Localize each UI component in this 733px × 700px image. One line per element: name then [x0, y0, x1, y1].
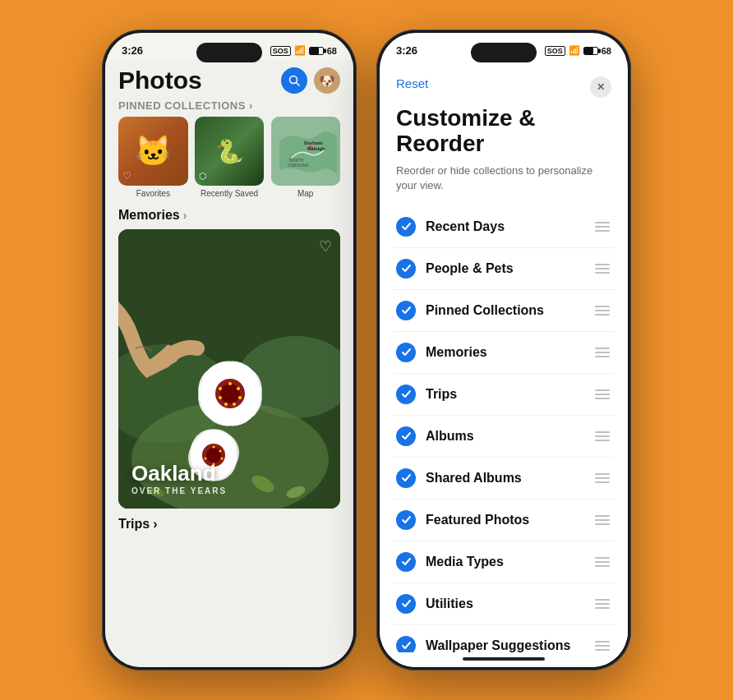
sheet-title: Customize &Reorder — [380, 106, 628, 157]
sos-tag: SOS — [270, 46, 291, 56]
trips-chevron: › — [153, 517, 157, 532]
memory-background: ♡ Oakland OVER THE YEARS — [118, 229, 340, 509]
memories-section: Memories › — [118, 208, 340, 509]
drag-handle[interactable] — [593, 430, 611, 443]
checkbox-pinned-collections[interactable] — [396, 301, 416, 320]
battery-icon-2 — [583, 47, 598, 55]
item-recent-days: Recent Days — [426, 219, 583, 234]
svg-point-18 — [228, 382, 232, 385]
status-time: 3:26 — [122, 44, 143, 57]
customize-screen: 3:26 SOS 📶 68 Reset ✕ Customize &Reorder… — [380, 33, 628, 667]
customize-sheet: Reset ✕ Customize &Reorder Reorder or hi… — [380, 60, 628, 667]
wifi-icon-2: 📶 — [569, 45, 580, 56]
sheet-subtitle: Reorder or hide collections to personali… — [380, 163, 628, 193]
recently-saved-thumb: 🐍 ⬡ — [195, 117, 265, 186]
pinned-collections-row: 🐱 ♡ Favorites 🐍 ⬡ Recently Saved — [118, 117, 340, 198]
heart-badge: ♡ — [122, 170, 131, 182]
reset-button[interactable]: Reset — [396, 76, 428, 90]
photos-app-screen: 3:26 SOS 📶 68 Photos — [105, 33, 353, 667]
trips-section[interactable]: Trips › — [118, 517, 340, 532]
drag-handle[interactable] — [593, 513, 611, 527]
item-featured-photos: Featured Photos — [426, 513, 583, 527]
sheet-header: Reset ✕ — [380, 60, 628, 106]
phone-2: 3:26 SOS 📶 68 Reset ✕ Customize &Reorder… — [376, 30, 631, 670]
item-pinned-collections: Pinned Collections — [426, 303, 583, 318]
list-item[interactable]: Utilities — [393, 583, 615, 625]
list-item[interactable]: Featured Photos — [393, 500, 615, 541]
list-item[interactable]: Shared Albums — [393, 458, 615, 500]
map-thumb: Durham Raleigh NORTH CAROLINA — [271, 117, 340, 186]
item-people-pets: People & Pets — [426, 261, 583, 276]
item-media-types: Media Types — [426, 555, 583, 569]
svg-point-17 — [220, 384, 240, 403]
list-item[interactable]: Recent Days — [393, 206, 615, 248]
header-icons: 🐶 — [281, 67, 340, 94]
recently-saved-label: Recently Saved — [201, 189, 258, 198]
drag-handle[interactable] — [593, 304, 611, 317]
drag-handle[interactable] — [593, 555, 611, 569]
status-icons: SOS 📶 68 — [270, 45, 337, 56]
photos-header: Photos 🐶 — [118, 67, 340, 94]
svg-text:CAROLINA: CAROLINA — [288, 163, 309, 168]
checkbox-wallpaper[interactable] — [396, 636, 416, 652]
list-item[interactable]: Wallpaper Suggestions — [393, 625, 615, 652]
memories-chevron: › — [183, 209, 187, 222]
collection-map[interactable]: Durham Raleigh NORTH CAROLINA Map — [270, 117, 340, 198]
drag-handle[interactable] — [593, 639, 611, 652]
drag-handle[interactable] — [593, 346, 611, 359]
memory-subtitle: OVER THE YEARS — [131, 486, 227, 495]
checkbox-featured-photos[interactable] — [396, 510, 416, 530]
drag-handle[interactable] — [593, 472, 611, 485]
checkbox-recent-days[interactable] — [396, 217, 416, 237]
battery-icon — [309, 47, 324, 55]
list-item[interactable]: Albums — [393, 416, 615, 458]
avatar-button[interactable]: 🐶 — [314, 67, 340, 94]
status-icons-2: SOS 📶 68 — [545, 45, 611, 56]
checkbox-people-pets[interactable] — [396, 259, 416, 279]
svg-point-22 — [224, 403, 228, 406]
photos-content: Photos 🐶 Pinned Collections › — [105, 60, 353, 667]
collection-favorites[interactable]: 🐱 ♡ Favorites — [118, 117, 188, 198]
photo-badge: ⬡ — [199, 171, 207, 182]
drag-handle[interactable] — [593, 388, 611, 401]
sos-tag-2: SOS — [545, 46, 565, 56]
checkbox-trips[interactable] — [396, 385, 416, 404]
drag-handle[interactable] — [593, 597, 611, 610]
phone-1: 3:26 SOS 📶 68 Photos — [102, 30, 357, 670]
svg-point-19 — [237, 387, 240, 390]
svg-point-20 — [238, 396, 242, 399]
collection-recently-saved[interactable]: 🐍 ⬡ Recently Saved — [195, 117, 265, 198]
list-item[interactable]: Memories — [393, 332, 615, 374]
pinned-chevron: › — [249, 99, 253, 112]
item-albums: Albums — [426, 429, 583, 444]
search-button[interactable] — [281, 67, 307, 94]
drag-handle[interactable] — [593, 220, 611, 233]
memories-label[interactable]: Memories › — [118, 208, 340, 223]
checkbox-shared-albums[interactable] — [396, 468, 416, 488]
close-button[interactable]: ✕ — [590, 76, 611, 98]
pinned-collections-label: Pinned Collections › — [118, 99, 340, 112]
item-wallpaper: Wallpaper Suggestions — [426, 638, 583, 652]
list-item[interactable]: Pinned Collections — [393, 290, 615, 332]
svg-point-23 — [219, 396, 222, 399]
list-item[interactable]: Media Types — [393, 541, 615, 583]
svg-text:Raleigh: Raleigh — [307, 146, 325, 151]
checkbox-utilities[interactable] — [396, 594, 416, 614]
svg-point-32 — [221, 458, 224, 460]
map-label: Map — [297, 189, 313, 198]
checkbox-media-types[interactable] — [396, 552, 416, 572]
memory-card[interactable]: ♡ Oakland OVER THE YEARS — [118, 229, 340, 509]
status-time-2: 3:26 — [396, 44, 417, 57]
svg-line-1 — [297, 83, 300, 86]
list-item[interactable]: People & Pets — [393, 248, 615, 290]
checkbox-memories[interactable] — [396, 343, 416, 362]
list-item[interactable]: Trips — [393, 374, 615, 416]
heart-overlay: ♡ — [319, 237, 332, 256]
checkbox-albums[interactable] — [396, 426, 416, 446]
svg-point-34 — [205, 458, 207, 460]
item-utilities: Utilities — [426, 596, 583, 611]
drag-handle[interactable] — [593, 262, 611, 275]
item-shared-albums: Shared Albums — [426, 471, 583, 486]
dynamic-island — [196, 43, 262, 62]
item-trips: Trips — [426, 387, 583, 402]
